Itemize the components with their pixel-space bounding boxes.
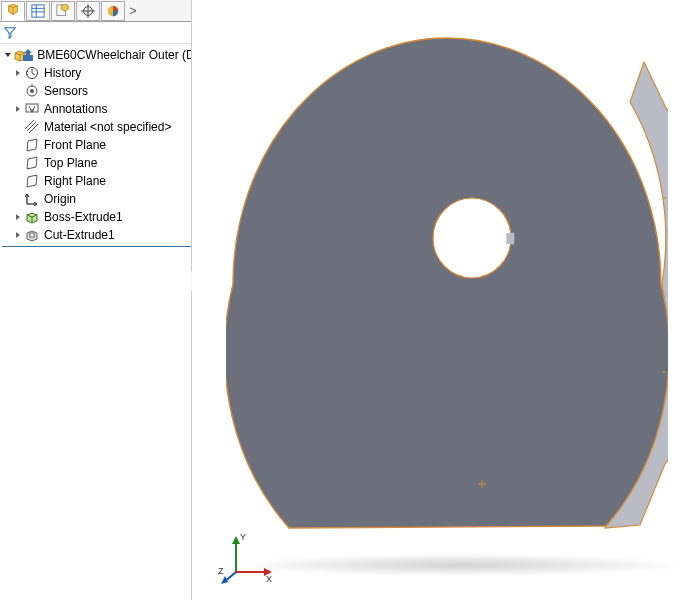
tree-item-label: Origin [44,192,76,206]
tree-item-label: Annotations [44,102,107,116]
svg-point-23 [433,198,511,278]
tab-feature-manager[interactable] [1,1,25,21]
tab-property-manager[interactable] [26,1,50,21]
plane-icon [24,155,40,171]
part-model[interactable] [226,28,668,544]
tree-item-label: Cut-Extrude1 [44,228,115,242]
config-icon [56,4,70,18]
svg-rect-0 [32,5,44,17]
graphics-viewport[interactable]: Y X Z [192,0,699,600]
tree-item-label: Right Plane [44,174,106,188]
tree-item-label: Sensors [44,84,88,98]
caret-right-icon [14,231,22,239]
caret-down-icon [4,51,12,59]
tree-item-cut-extrude[interactable]: Cut-Extrude1 [2,226,191,244]
tree-item-label: Boss-Extrude1 [44,210,123,224]
crosshair-icon [81,4,95,18]
svg-line-18 [29,124,38,133]
tab-configuration-manager[interactable] [51,1,75,21]
tree-item-origin[interactable]: Origin [2,190,191,208]
tab-dimxpert[interactable] [76,1,100,21]
plane-icon [24,173,40,189]
axis-label-y: Y [240,532,246,542]
svg-rect-15 [26,104,38,112]
caret-right-icon [14,105,22,113]
tree-root-label: BME60CWheelchair Outer (D [37,48,191,62]
tree-item-sensors[interactable]: Sensors [2,82,191,100]
app-root: > BME60CWheelchair Outer (D [0,0,699,600]
history-icon [24,65,40,81]
funnel-icon [4,27,16,39]
tree-item-front-plane[interactable]: Front Plane [2,136,191,154]
svg-line-19 [25,120,34,129]
cut-extrude-icon [24,227,40,243]
feature-tree-icon [6,4,20,18]
feature-tree: BME60CWheelchair Outer (D History Sensor… [0,44,191,247]
axis-label-z: Z [218,566,224,576]
extrude-icon [24,209,40,225]
tree-item-label: History [44,66,81,80]
view-orientation-triad[interactable]: Y X Z [218,526,278,586]
origin-icon [24,191,40,207]
tab-overflow-button[interactable]: > [125,1,141,21]
tree-end-rule [2,246,191,247]
tree-item-material[interactable]: Material <not specified> [2,118,191,136]
tree-item-boss-extrude[interactable]: Boss-Extrude1 [2,208,191,226]
annotations-icon [24,101,40,117]
material-icon [24,119,40,135]
plane-icon [24,137,40,153]
sensors-icon [24,83,40,99]
chevron-right-icon: > [129,4,136,18]
tree-item-label: Top Plane [44,156,97,170]
svg-rect-10 [26,52,30,55]
axis-label-x: X [266,574,272,584]
svg-rect-22 [30,233,34,237]
tree-root[interactable]: BME60CWheelchair Outer (D [2,46,191,64]
caret-right-icon [14,69,22,77]
tree-item-right-plane[interactable]: Right Plane [2,172,191,190]
part-root-icon [14,47,35,63]
tree-item-label: Material <not specified> [44,120,171,134]
property-grid-icon [31,4,45,18]
panel-tab-strip: > [0,0,191,22]
tree-item-annotations[interactable]: Annotations [2,100,191,118]
tree-item-history[interactable]: History [2,64,191,82]
tree-filter-row[interactable] [0,22,191,44]
caret-right-icon [14,213,22,221]
tree-item-top-plane[interactable]: Top Plane [2,154,191,172]
tree-item-label: Front Plane [44,138,106,152]
triad-icon: Y X Z [218,526,278,586]
tab-display-manager[interactable] [101,1,125,21]
svg-point-13 [30,89,34,93]
svg-line-17 [27,122,36,131]
feature-manager-panel: > BME60CWheelchair Outer (D [0,0,192,600]
part-geometry-icon [226,28,668,544]
appearance-icon [106,4,120,18]
svg-rect-9 [23,55,33,61]
